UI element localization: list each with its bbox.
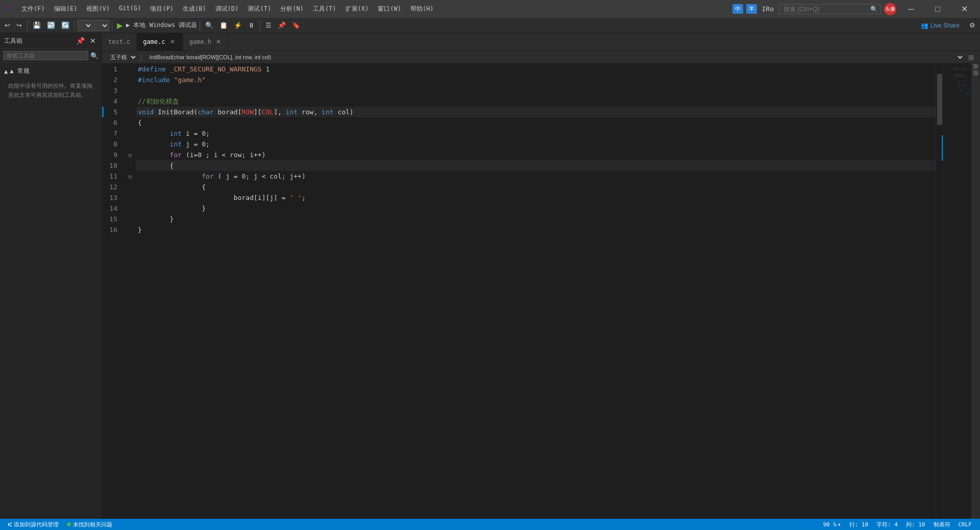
line-ending-label: CRLF xyxy=(959,521,972,528)
menu-analyze[interactable]: 分析(N) xyxy=(276,3,308,15)
line-number: 5 xyxy=(102,107,128,117)
line-gutter xyxy=(128,85,136,96)
toolbar-redo-btn[interactable]: ↪️ xyxy=(59,20,72,31)
status-bar: ⑆ 添加到源代码管理 未找到相关问题 90 % ▾ 行: 10 字符: 4 列:… xyxy=(0,519,980,530)
right-panel-btn2[interactable]: 视 xyxy=(971,72,980,76)
menu-extensions[interactable]: 扩展(X) xyxy=(341,3,373,15)
line-gutter: ⊟ xyxy=(128,149,136,160)
code-line[interactable]: #define _CRT_SECURE_NO_WARNINGS 1 xyxy=(136,64,936,74)
sidebar-close-btn[interactable]: ✕ xyxy=(88,36,97,45)
tab-game-c[interactable]: game.c ✕ xyxy=(137,33,183,51)
line-gutter xyxy=(128,64,136,74)
collapse-button[interactable]: ⊟ xyxy=(129,173,132,179)
menu-tools[interactable]: 工具(T) xyxy=(309,3,340,15)
line-number: 11 xyxy=(102,171,128,182)
menu-project[interactable]: 项目(P) xyxy=(146,3,178,15)
toolbar-save-all-btn[interactable]: 💾 xyxy=(30,20,43,31)
code-line[interactable]: for (i=0 ; i < row; i++) xyxy=(136,149,936,160)
menu-file[interactable]: 文件(F) xyxy=(17,3,49,15)
global-search-input[interactable] xyxy=(779,4,881,14)
line-number: 4 xyxy=(102,96,128,107)
menu-git[interactable]: Git(G) xyxy=(115,3,145,15)
toolbar-sep5 xyxy=(260,20,260,31)
vertical-scrollbar[interactable] xyxy=(936,64,943,519)
status-col2[interactable]: 列: 10 xyxy=(902,521,929,528)
toolbar-undo-btn[interactable]: ↩️ xyxy=(44,20,58,31)
code-line[interactable]: } xyxy=(136,203,936,214)
code-scroll[interactable]: 1#define _CRT_SECURE_NO_WARNINGS 12#incl… xyxy=(102,64,936,519)
menu-test[interactable]: 测试(T) xyxy=(243,3,275,15)
code-line[interactable]: { xyxy=(136,117,936,128)
section-header-general[interactable]: ▲ ▲ 常规 xyxy=(0,65,102,78)
code-line[interactable]: for ( j = 0; j < col; j++) xyxy=(136,171,936,182)
live-share-label: Live Share xyxy=(930,22,960,29)
member-select[interactable]: InitBorad(char borad[ROW][COL], int row,… xyxy=(145,53,964,61)
toolbar-forward-btn[interactable]: ↪ xyxy=(14,20,24,31)
toolbar-icon-btn7[interactable]: 🔖 xyxy=(289,20,303,31)
menu-window[interactable]: 窗口(W) xyxy=(374,3,405,15)
toolbar-icon-btn6[interactable]: 📌 xyxy=(275,20,288,31)
scrollbar-thumb[interactable] xyxy=(937,74,942,125)
code-line[interactable]: } xyxy=(136,214,936,224)
toolbar-icon-btn2[interactable]: 📋 xyxy=(217,20,230,31)
status-error-btn[interactable]: 未找到相关问题 xyxy=(63,519,116,530)
toolbar-sep1 xyxy=(27,20,28,31)
code-line[interactable]: { xyxy=(136,182,936,192)
toolbar-icon-btn3[interactable]: ⚡ xyxy=(231,20,244,31)
debug-mode-select[interactable]: Debug xyxy=(78,20,93,31)
code-line[interactable]: int i = 0; xyxy=(136,128,936,139)
code-line[interactable]: borad[i][j] = ' '; xyxy=(136,192,936,203)
status-encoding[interactable]: 制表符 xyxy=(929,521,954,528)
status-zoom[interactable]: 90 % ▾ xyxy=(819,521,845,528)
section-collapse-icon: ▲ xyxy=(4,68,8,75)
menu-bar: 文件(F) 编辑(E) 视图(V) Git(G) 项目(P) 生成(B) 调试(… xyxy=(17,3,732,15)
code-line[interactable]: int j = 0; xyxy=(136,139,936,149)
tab-game-h[interactable]: game.h ✕ xyxy=(183,33,229,51)
scope-select[interactable]: 五子棋 xyxy=(106,53,137,61)
right-panel-btn1[interactable]: 监 xyxy=(971,66,980,70)
collapse-button[interactable]: ⊟ xyxy=(129,152,132,158)
toolbar-icon-btn5[interactable]: ☰ xyxy=(263,20,274,31)
code-line[interactable]: void InitBorad(char borad[ROW][COL], int… xyxy=(136,107,936,117)
run-label[interactable]: ▶ 本地 Windows 调试器 xyxy=(126,21,197,30)
close-button[interactable]: ✕ xyxy=(952,0,976,18)
code-line[interactable]: { xyxy=(136,160,936,171)
live-share-button[interactable]: 👥 Live Share xyxy=(915,20,966,31)
left-sidebar: 工具箱 📌 ✕ 🔍 ▲ ▲ 常规 此组中没有可用的控件。将某项拖至此文本可将其添… xyxy=(0,33,102,519)
tab-test-c[interactable]: test.c xyxy=(102,33,137,51)
status-git-btn[interactable]: ⑆ 添加到源代码管理 xyxy=(4,519,63,530)
code-line[interactable]: } xyxy=(136,224,936,235)
run-button[interactable]: ▶ xyxy=(115,21,125,30)
avatar[interactable]: 头像 xyxy=(884,3,896,15)
menu-help[interactable]: 帮助(H) xyxy=(406,3,438,15)
menu-view[interactable]: 视图(V) xyxy=(82,3,114,15)
status-col[interactable]: 字符: 4 xyxy=(872,521,902,528)
status-line-ending[interactable]: CRLF xyxy=(954,521,976,528)
toolbar-back-btn[interactable]: ↩ xyxy=(2,20,13,31)
code-line[interactable]: //初始化棋盘 xyxy=(136,96,936,107)
arch-select[interactable]: x86 xyxy=(94,20,109,31)
tab-close-game-h[interactable]: ✕ xyxy=(214,38,223,46)
tab-close-game-c[interactable]: ✕ xyxy=(168,38,177,46)
right-panel-btn3[interactable]: 图 xyxy=(971,78,980,82)
toolbar-icon-btn4[interactable]: ⏸ xyxy=(246,20,257,31)
line-number: 9 xyxy=(102,149,128,160)
maximize-button[interactable]: □ xyxy=(926,0,949,18)
code-line[interactable] xyxy=(136,85,936,96)
menu-build[interactable]: 生成(B) xyxy=(179,3,210,15)
toolbox-search-input[interactable] xyxy=(3,51,88,60)
line-number: 14 xyxy=(102,203,128,214)
menu-debug[interactable]: 调试(D) xyxy=(211,3,243,15)
toolbar-settings-btn[interactable]: ⚙ xyxy=(967,20,978,31)
code-line[interactable]: #include "game.h" xyxy=(136,74,936,85)
toolbar-icon-btn1[interactable]: 🔍 xyxy=(203,20,216,31)
toolbar-sep4 xyxy=(200,20,200,31)
status-line[interactable]: 行: 10 xyxy=(845,521,873,528)
menu-edit[interactable]: 编辑(E) xyxy=(50,3,82,15)
line-number: 13 xyxy=(102,192,128,203)
minimize-button[interactable]: ─ xyxy=(899,0,923,18)
sidebar-pin-btn[interactable]: 📌 xyxy=(75,36,86,45)
split-editor-btn[interactable]: ⊞ xyxy=(966,54,976,61)
right-panel: 监 视 图 xyxy=(971,64,980,519)
title-right: 中 半 IRo 🔍 头像 ─ □ ✕ xyxy=(732,0,976,18)
